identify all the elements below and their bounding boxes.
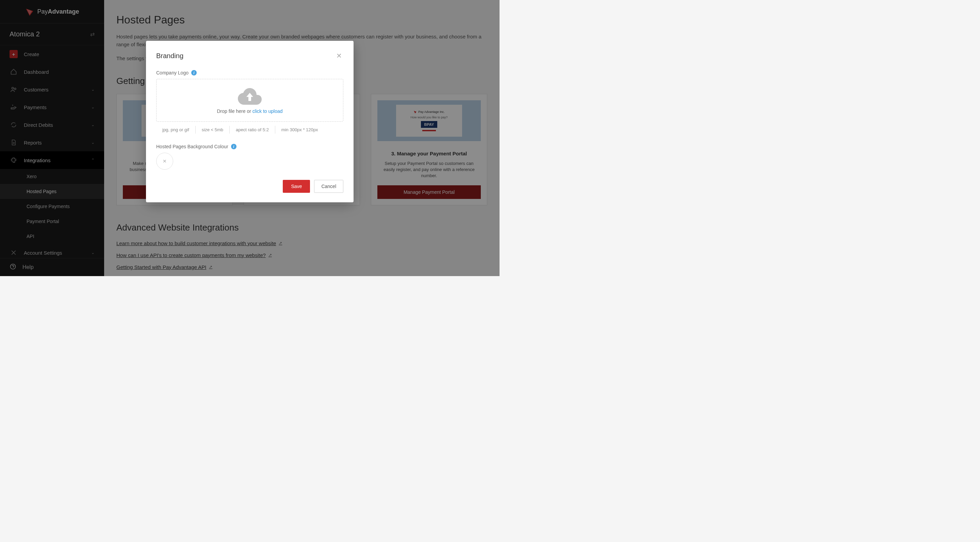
save-button[interactable]: Save <box>283 180 310 193</box>
hint-filetype: jpg, png or gif <box>156 126 196 134</box>
close-icon[interactable]: ✕ <box>335 50 343 61</box>
bg-colour-label: Hosted Pages Background Colour i <box>156 144 343 149</box>
hint-min: min 300px * 120px <box>275 126 324 134</box>
cancel-button[interactable]: Cancel <box>314 180 343 193</box>
hint-size: size < 5mb <box>196 126 230 134</box>
click-to-upload-link[interactable]: click to upload <box>253 108 283 114</box>
company-logo-label: Company Logo i <box>156 70 343 76</box>
branding-modal: Branding ✕ Company Logo i Drop file here… <box>146 41 353 202</box>
info-icon[interactable]: i <box>191 70 197 76</box>
modal-title: Branding <box>156 52 183 60</box>
upload-dropzone[interactable]: Drop file here or click to upload <box>156 79 343 122</box>
upload-hints: jpg, png or gif size < 5mb apect ratio o… <box>156 126 343 134</box>
modal-overlay[interactable]: Branding ✕ Company Logo i Drop file here… <box>0 0 500 276</box>
info-icon[interactable]: i <box>231 144 237 149</box>
colour-swatch[interactable]: ✕ <box>156 153 173 170</box>
drop-text-prefix: Drop file here or <box>217 108 253 114</box>
cloud-upload-icon <box>238 87 262 105</box>
hint-ratio: apect ratio of 5:2 <box>230 126 275 134</box>
